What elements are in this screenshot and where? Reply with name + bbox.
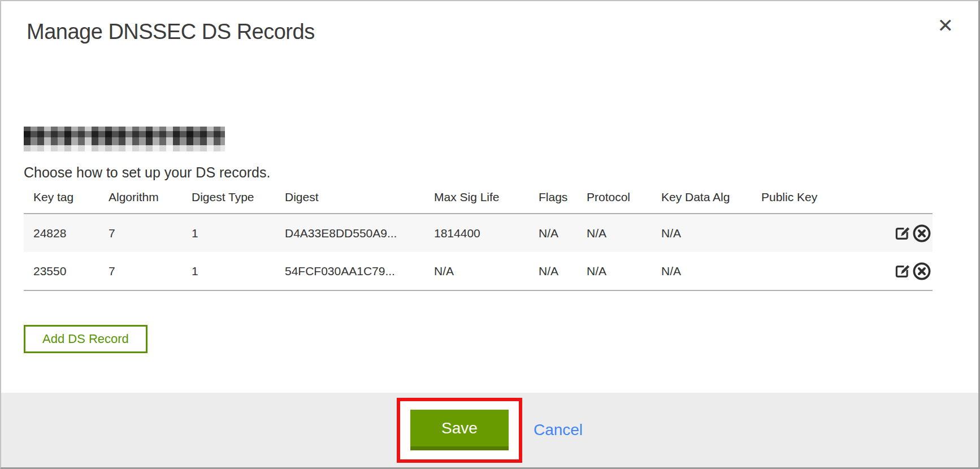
cell-key-tag: 23550: [24, 252, 99, 290]
table-row: 23550 7 1 54FCF030AA1C79... N/A N/A N/A …: [24, 252, 933, 290]
cell-algorithm: 7: [99, 214, 182, 252]
dialog-title: Manage DNSSEC DS Records: [27, 20, 315, 44]
row-actions: [883, 262, 933, 281]
delete-record-icon[interactable]: [912, 262, 931, 281]
cell-max-sig-life: 1814400: [424, 214, 529, 252]
cell-public-key: [752, 252, 873, 290]
dialog-footer: Save Cancel: [1, 393, 978, 467]
edit-record-icon[interactable]: [894, 224, 912, 242]
header-key-tag: Key tag: [24, 190, 99, 214]
delete-record-icon[interactable]: [912, 224, 931, 243]
manage-dnssec-dialog: Manage DNSSEC DS Records ✕ Choose how to…: [0, 0, 980, 469]
table-header-row: Key tag Algorithm Digest Type Digest Max…: [24, 190, 933, 214]
cell-digest-type: 1: [182, 252, 275, 290]
cell-key-data-alg: N/A: [652, 214, 752, 252]
header-flags: Flags: [529, 190, 577, 214]
row-actions: [883, 224, 933, 243]
instruction-text: Choose how to set up your DS records.: [24, 164, 270, 181]
table-row: 24828 7 1 D4A33E8DD550A9... 1814400 N/A …: [24, 214, 933, 252]
header-max-sig-life: Max Sig Life: [424, 190, 529, 214]
cell-algorithm: 7: [99, 252, 182, 290]
cell-flags: N/A: [529, 214, 577, 252]
header-key-data-alg: Key Data Alg: [652, 190, 752, 214]
cell-key-tag: 24828: [24, 214, 99, 252]
cell-digest: 54FCF030AA1C79...: [275, 252, 424, 290]
header-protocol: Protocol: [577, 190, 652, 214]
cell-public-key: [752, 214, 873, 252]
cell-max-sig-life: N/A: [424, 252, 529, 290]
cell-protocol: N/A: [577, 252, 652, 290]
header-actions: [873, 190, 933, 214]
header-public-key: Public Key: [752, 190, 873, 214]
ds-records-table: Key tag Algorithm Digest Type Digest Max…: [24, 190, 933, 291]
domain-name-redacted: [24, 127, 225, 151]
add-ds-record-button[interactable]: Add DS Record: [24, 325, 148, 353]
save-button[interactable]: Save: [410, 410, 509, 450]
header-digest-type: Digest Type: [182, 190, 275, 214]
header-digest: Digest: [275, 190, 424, 214]
cell-key-data-alg: N/A: [652, 252, 752, 290]
cell-digest: D4A33E8DD550A9...: [275, 214, 424, 252]
cell-protocol: N/A: [577, 214, 652, 252]
cell-flags: N/A: [529, 252, 577, 290]
edit-record-icon[interactable]: [894, 262, 912, 280]
red-annotation-box: Save: [397, 398, 522, 463]
cancel-link[interactable]: Cancel: [534, 421, 583, 439]
close-icon[interactable]: ✕: [935, 14, 956, 37]
cell-digest-type: 1: [182, 214, 275, 252]
header-algorithm: Algorithm: [99, 190, 182, 214]
